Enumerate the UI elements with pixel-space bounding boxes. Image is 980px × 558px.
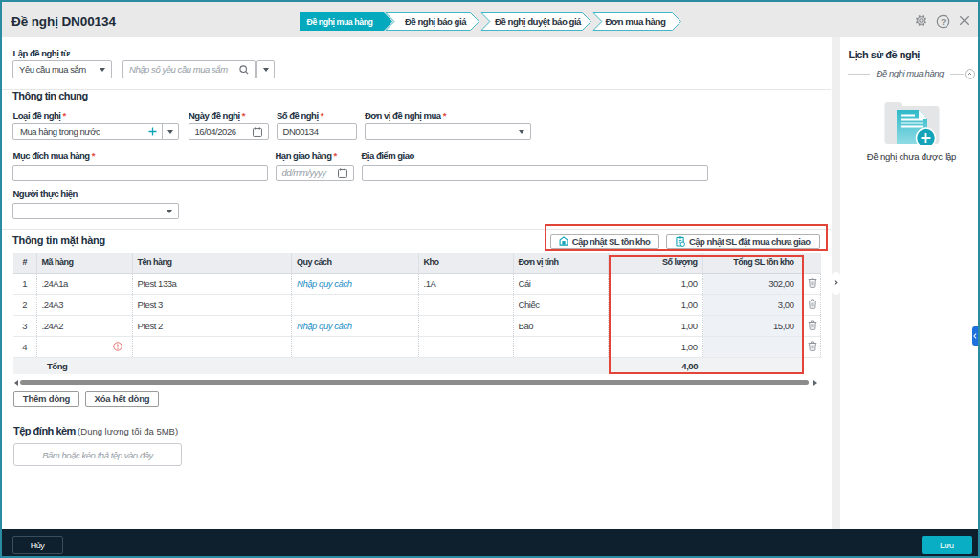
svg-text:?: ? [940, 16, 945, 26]
svg-text:Đơn mua hàng: Đơn mua hàng [606, 17, 666, 27]
svg-text:Đề nghị báo giá: Đề nghị báo giá [405, 17, 468, 27]
svg-text:Đề nghị mua hàng: Đề nghị mua hàng [307, 17, 373, 27]
svg-text:Đề nghị duyệt báo giá: Đề nghị duyệt báo giá [495, 17, 583, 27]
